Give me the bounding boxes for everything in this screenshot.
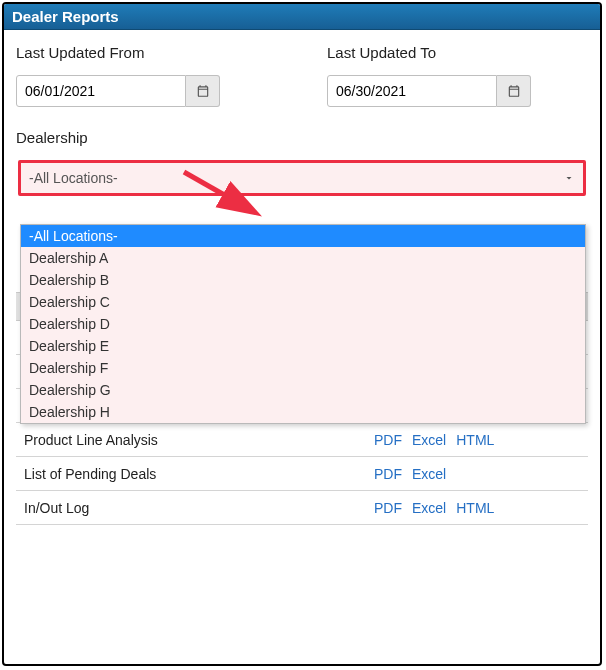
dealership-selected-text: -All Locations- xyxy=(29,170,118,186)
from-date-input[interactable] xyxy=(16,75,186,107)
from-date-picker-button[interactable] xyxy=(186,75,220,107)
to-label: Last Updated To xyxy=(327,44,588,61)
report-name: In/Out Log xyxy=(16,491,366,525)
dropdown-option[interactable]: Dealership D xyxy=(21,313,585,335)
table-row: Product Line AnalysisPDFExcelHTML xyxy=(16,423,588,457)
excel-link[interactable]: Excel xyxy=(412,466,446,482)
table-row: In/Out LogPDFExcelHTML xyxy=(16,491,588,525)
to-date-input[interactable] xyxy=(327,75,497,107)
dropdown-option[interactable]: -All Locations- xyxy=(21,225,585,247)
dropdown-option[interactable]: Dealership G xyxy=(21,379,585,401)
excel-link[interactable]: Excel xyxy=(412,432,446,448)
panel-title: Dealer Reports xyxy=(4,4,600,30)
dropdown-option[interactable]: Dealership E xyxy=(21,335,585,357)
calendar-icon xyxy=(507,84,521,98)
to-date-picker-button[interactable] xyxy=(497,75,531,107)
to-col: Last Updated To xyxy=(327,44,588,107)
dropdown-option[interactable]: Dealership F xyxy=(21,357,585,379)
dropdown-option[interactable]: Dealership A xyxy=(21,247,585,269)
html-link[interactable]: HTML xyxy=(456,432,494,448)
from-date-wrap xyxy=(16,75,277,107)
pdf-link[interactable]: PDF xyxy=(374,500,402,516)
report-name: Product Line Analysis xyxy=(16,423,366,457)
report-actions: PDFExcel xyxy=(366,457,588,491)
dealership-label: Dealership xyxy=(16,129,588,146)
pdf-link[interactable]: PDF xyxy=(374,432,402,448)
pdf-link[interactable]: PDF xyxy=(374,466,402,482)
dropdown-option[interactable]: Dealership C xyxy=(21,291,585,313)
calendar-icon xyxy=(196,84,210,98)
dropdown-option[interactable]: Dealership H xyxy=(21,401,585,423)
table-row: List of Pending DealsPDFExcel xyxy=(16,457,588,491)
from-label: Last Updated From xyxy=(16,44,277,61)
html-link[interactable]: HTML xyxy=(456,500,494,516)
date-row: Last Updated From Last Updated To xyxy=(16,44,588,107)
dropdown-option[interactable]: Dealership B xyxy=(21,269,585,291)
dealership-select[interactable]: -All Locations- xyxy=(18,160,586,196)
report-actions: PDFExcelHTML xyxy=(366,491,588,525)
dealer-reports-panel: Dealer Reports Last Updated From Last Up… xyxy=(2,2,602,666)
to-date-wrap xyxy=(327,75,588,107)
report-actions: PDFExcelHTML xyxy=(366,423,588,457)
from-col: Last Updated From xyxy=(16,44,277,107)
report-name: List of Pending Deals xyxy=(16,457,366,491)
chevron-down-icon xyxy=(563,172,575,184)
dealership-dropdown-list[interactable]: -All Locations-Dealership ADealership BD… xyxy=(20,224,586,424)
excel-link[interactable]: Excel xyxy=(412,500,446,516)
